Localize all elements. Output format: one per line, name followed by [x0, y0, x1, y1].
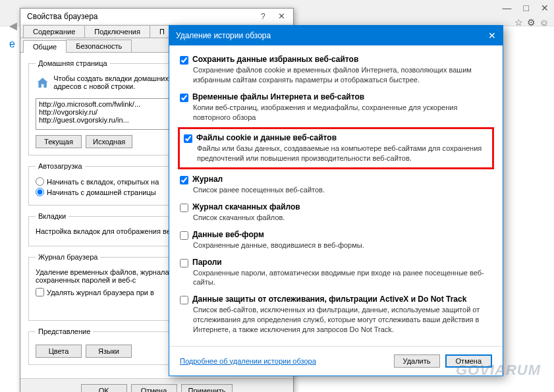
- history-legend: Журнал браузера: [36, 253, 100, 261]
- window-minimize[interactable]: —: [503, 3, 512, 13]
- option-title: Данные защиты от отслеживания, фильтраци…: [192, 294, 466, 304]
- delete-option-check[interactable]: Данные веб-форм: [180, 230, 492, 240]
- window-maximize[interactable]: □: [524, 3, 529, 13]
- del-title-text: Удаление истории обзора: [176, 31, 271, 40]
- delete-option-check[interactable]: Сохранить данные избранных веб-сайтов: [180, 55, 492, 65]
- delete-option-check[interactable]: Временные файлы Интернета и веб-сайтов: [180, 92, 492, 102]
- delete-button[interactable]: Удалить: [394, 354, 440, 368]
- option-title: Журнал скачанных файлов: [192, 202, 300, 211]
- option-desc: Список ранее посещенных веб-сайтов.: [193, 185, 492, 195]
- help-icon[interactable]: ?: [261, 12, 265, 21]
- option-desc: Файлы или базы данных, создаваемые на ко…: [197, 144, 488, 163]
- close-icon[interactable]: ✕: [488, 30, 496, 41]
- delete-option-1: Временные файлы Интернета и веб-сайтовКо…: [180, 92, 492, 123]
- option-desc: Сохраненные данные, вводившиеся в веб-фо…: [193, 240, 492, 250]
- option-title: Журнал: [192, 175, 223, 184]
- delete-option-3: ЖурналСписок ранее посещенных веб-сайтов…: [180, 175, 492, 195]
- option-desc: Список скачанных файлов.: [193, 213, 492, 223]
- option-title: Сохранить данные избранных веб-сайтов: [192, 55, 358, 64]
- autoload-legend: Автозагрузка: [36, 162, 85, 170]
- delete-option-6: ПаролиСохраненные пароли, автоматически …: [180, 258, 492, 288]
- delete-option-0: Сохранить данные избранных веб-сайтовСох…: [180, 55, 492, 85]
- cancel-button[interactable]: Отмена: [131, 384, 177, 392]
- apply-button[interactable]: Применить: [181, 384, 233, 392]
- delete-option-check[interactable]: Журнал скачанных файлов: [180, 202, 492, 212]
- smile-icon[interactable]: ☺: [540, 17, 549, 28]
- watermark: GOVIARUM: [456, 362, 541, 379]
- learn-more-link[interactable]: Подробнее об удалении истории обзора: [180, 357, 316, 365]
- option-title: Временные файлы Интернета и веб-сайтов: [192, 92, 364, 101]
- tab-connections[interactable]: Подключения: [84, 25, 150, 38]
- option-desc: Копии веб-страниц, изображения и медиафа…: [193, 103, 492, 123]
- option-title: Файлы cookie и данные веб-сайтов: [196, 133, 337, 142]
- delete-option-5: Данные веб-формСохраненные данные, вводи…: [180, 230, 492, 250]
- tab-general[interactable]: Общие: [23, 40, 67, 53]
- home-icon: [36, 74, 49, 92]
- tab-content[interactable]: Содержание: [23, 25, 85, 38]
- delete-option-2: Файлы cookie и данные веб-сайтовФайлы ил…: [178, 127, 494, 169]
- delete-option-check[interactable]: Журнал: [180, 175, 492, 184]
- option-desc: Сохраненные пароли, автоматически вводим…: [193, 268, 492, 288]
- languages-button[interactable]: Языки: [86, 345, 132, 358]
- gear-icon[interactable]: ⚙: [527, 17, 536, 28]
- homepage-legend: Домашняя страница: [36, 59, 110, 67]
- delete-option-7: Данные защиты от отслеживания, фильтраци…: [180, 294, 492, 335]
- tab-security[interactable]: Безопасность: [66, 40, 132, 52]
- view-legend: Представление: [36, 327, 93, 335]
- window-close[interactable]: ✕: [541, 3, 549, 13]
- delete-option-check[interactable]: Файлы cookie и данные веб-сайтов: [184, 133, 488, 143]
- props-title-text: Свойства браузера: [27, 12, 98, 21]
- ok-button[interactable]: OK: [81, 384, 127, 392]
- del-titlebar[interactable]: Удаление истории обзора ✕: [169, 26, 503, 45]
- option-desc: Сохранение файлов cookie и временных фай…: [193, 65, 492, 85]
- props-titlebar[interactable]: Свойства браузера ? ✕: [20, 9, 293, 24]
- close-icon[interactable]: ✕: [274, 10, 289, 22]
- delete-option-4: Журнал скачанных файловСписок скачанных …: [180, 202, 492, 223]
- current-button[interactable]: Текущая: [36, 135, 82, 148]
- delete-option-check[interactable]: Пароли: [180, 258, 492, 267]
- star-icon[interactable]: ☆: [514, 17, 523, 28]
- delete-history-dialog: Удаление истории обзора ✕ Сохранить данн…: [169, 25, 503, 376]
- tabs-legend: Вкладки: [36, 212, 69, 220]
- ie-logo-icon: e: [9, 38, 15, 50]
- default-button[interactable]: Исходная: [86, 135, 132, 148]
- delete-option-check[interactable]: Данные защиты от отслеживания, фильтраци…: [180, 294, 492, 304]
- option-desc: Список веб-сайтов, исключенных из фильтр…: [193, 305, 492, 335]
- option-title: Пароли: [192, 258, 222, 267]
- option-title: Данные веб-форм: [192, 230, 264, 239]
- back-arrow-icon[interactable]: ◄: [7, 18, 20, 34]
- colors-button[interactable]: Цвета: [36, 345, 82, 358]
